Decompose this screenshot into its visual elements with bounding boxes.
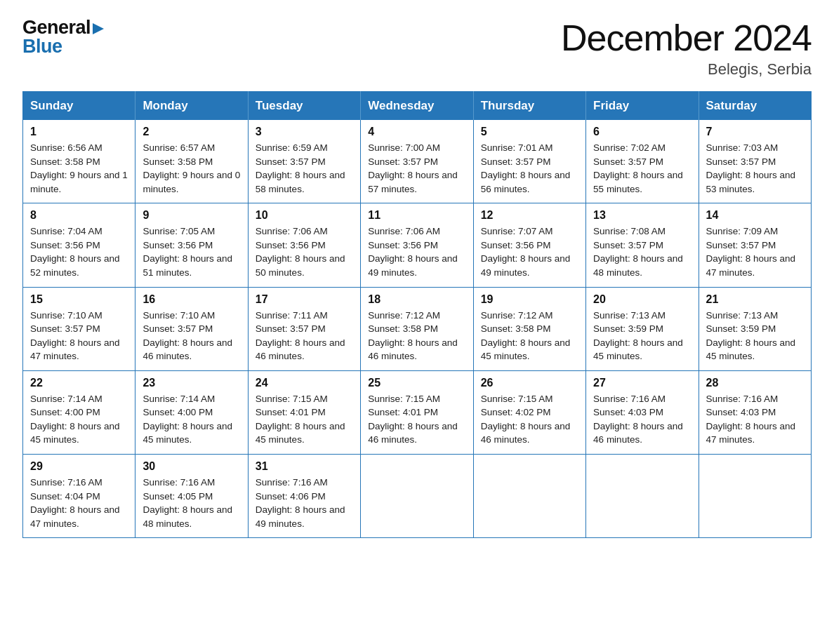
calendar-cell: 24 Sunrise: 7:15 AMSunset: 4:01 PMDaylig… bbox=[248, 370, 360, 454]
day-info: Sunrise: 7:10 AMSunset: 3:57 PMDaylight:… bbox=[30, 309, 128, 363]
calendar-cell: 9 Sunrise: 7:05 AMSunset: 3:56 PMDayligh… bbox=[135, 203, 248, 287]
calendar-week-row: 22 Sunrise: 7:14 AMSunset: 4:00 PMDaylig… bbox=[23, 370, 812, 454]
day-number: 18 bbox=[368, 293, 465, 306]
calendar-week-row: 15 Sunrise: 7:10 AMSunset: 3:57 PMDaylig… bbox=[23, 287, 812, 370]
day-number: 13 bbox=[593, 209, 691, 222]
calendar-header-tuesday: Tuesday bbox=[248, 92, 360, 121]
day-number: 30 bbox=[143, 460, 240, 473]
calendar-header-wednesday: Wednesday bbox=[361, 92, 473, 121]
calendar-cell: 13 Sunrise: 7:08 AMSunset: 3:57 PMDaylig… bbox=[586, 203, 699, 287]
day-info: Sunrise: 7:15 AMSunset: 4:02 PMDaylight:… bbox=[481, 392, 578, 447]
calendar-week-row: 29 Sunrise: 7:16 AMSunset: 4:04 PMDaylig… bbox=[23, 455, 812, 538]
calendar-cell: 1 Sunrise: 6:56 AMSunset: 3:58 PMDayligh… bbox=[23, 120, 135, 203]
day-number: 28 bbox=[706, 377, 804, 389]
day-number: 20 bbox=[593, 293, 691, 306]
day-number: 16 bbox=[143, 293, 240, 306]
calendar-cell bbox=[586, 455, 699, 538]
calendar-cell bbox=[473, 455, 585, 538]
day-info: Sunrise: 7:16 AMSunset: 4:03 PMDaylight:… bbox=[706, 392, 804, 447]
day-number: 12 bbox=[481, 209, 578, 222]
calendar-cell: 14 Sunrise: 7:09 AMSunset: 3:57 PMDaylig… bbox=[699, 203, 811, 287]
day-info: Sunrise: 7:00 AMSunset: 3:57 PMDaylight:… bbox=[368, 141, 465, 196]
calendar-cell: 12 Sunrise: 7:07 AMSunset: 3:56 PMDaylig… bbox=[473, 203, 585, 287]
calendar-header-sunday: Sunday bbox=[23, 92, 135, 121]
day-number: 17 bbox=[256, 293, 353, 306]
day-info: Sunrise: 7:16 AMSunset: 4:03 PMDaylight:… bbox=[593, 392, 691, 447]
day-info: Sunrise: 7:12 AMSunset: 3:58 PMDaylight:… bbox=[368, 309, 465, 363]
day-info: Sunrise: 7:14 AMSunset: 4:00 PMDaylight:… bbox=[30, 392, 128, 447]
day-info: Sunrise: 7:16 AMSunset: 4:05 PMDaylight:… bbox=[143, 476, 240, 530]
day-info: Sunrise: 7:06 AMSunset: 3:56 PMDaylight:… bbox=[256, 224, 353, 279]
calendar-cell: 15 Sunrise: 7:10 AMSunset: 3:57 PMDaylig… bbox=[23, 287, 135, 370]
day-info: Sunrise: 6:59 AMSunset: 3:57 PMDaylight:… bbox=[256, 141, 353, 196]
day-number: 11 bbox=[368, 209, 465, 222]
calendar-cell: 17 Sunrise: 7:11 AMSunset: 3:57 PMDaylig… bbox=[248, 287, 360, 370]
day-number: 4 bbox=[368, 126, 465, 138]
day-info: Sunrise: 7:13 AMSunset: 3:59 PMDaylight:… bbox=[593, 309, 691, 363]
calendar-cell: 18 Sunrise: 7:12 AMSunset: 3:58 PMDaylig… bbox=[361, 287, 473, 370]
day-info: Sunrise: 7:08 AMSunset: 3:57 PMDaylight:… bbox=[593, 224, 691, 279]
svg-marker-0 bbox=[93, 23, 104, 34]
calendar-cell: 19 Sunrise: 7:12 AMSunset: 3:58 PMDaylig… bbox=[473, 287, 585, 370]
day-info: Sunrise: 7:10 AMSunset: 3:57 PMDaylight:… bbox=[143, 309, 240, 363]
calendar-table: SundayMondayTuesdayWednesdayThursdayFrid… bbox=[22, 91, 812, 538]
page-header: General Blue December 2024 Belegis, Serb… bbox=[22, 17, 812, 79]
day-info: Sunrise: 7:12 AMSunset: 3:58 PMDaylight:… bbox=[481, 309, 578, 363]
day-number: 3 bbox=[256, 126, 353, 138]
day-number: 27 bbox=[593, 377, 691, 389]
day-number: 5 bbox=[481, 126, 578, 138]
day-info: Sunrise: 7:04 AMSunset: 3:56 PMDaylight:… bbox=[30, 224, 128, 279]
calendar-cell: 7 Sunrise: 7:03 AMSunset: 3:57 PMDayligh… bbox=[699, 120, 811, 203]
calendar-cell bbox=[699, 455, 811, 538]
day-number: 10 bbox=[256, 209, 353, 222]
day-info: Sunrise: 7:07 AMSunset: 3:56 PMDaylight:… bbox=[481, 224, 578, 279]
day-number: 8 bbox=[30, 209, 128, 222]
day-number: 14 bbox=[706, 209, 804, 222]
calendar-cell: 20 Sunrise: 7:13 AMSunset: 3:59 PMDaylig… bbox=[586, 287, 699, 370]
calendar-cell: 27 Sunrise: 7:16 AMSunset: 4:03 PMDaylig… bbox=[586, 370, 699, 454]
logo-triangle-icon bbox=[91, 22, 105, 36]
day-info: Sunrise: 7:11 AMSunset: 3:57 PMDaylight:… bbox=[256, 309, 353, 363]
calendar-cell: 22 Sunrise: 7:14 AMSunset: 4:00 PMDaylig… bbox=[23, 370, 135, 454]
day-number: 7 bbox=[706, 126, 804, 138]
day-info: Sunrise: 7:05 AMSunset: 3:56 PMDaylight:… bbox=[143, 224, 240, 279]
day-number: 29 bbox=[30, 460, 128, 473]
day-number: 21 bbox=[706, 293, 804, 306]
calendar-cell: 21 Sunrise: 7:13 AMSunset: 3:59 PMDaylig… bbox=[699, 287, 811, 370]
day-info: Sunrise: 7:03 AMSunset: 3:57 PMDaylight:… bbox=[706, 141, 804, 196]
location-title: Belegis, Serbia bbox=[561, 60, 812, 79]
calendar-cell: 23 Sunrise: 7:14 AMSunset: 4:00 PMDaylig… bbox=[135, 370, 248, 454]
day-info: Sunrise: 7:09 AMSunset: 3:57 PMDaylight:… bbox=[706, 224, 804, 279]
day-number: 24 bbox=[256, 377, 353, 389]
day-number: 2 bbox=[143, 126, 240, 138]
day-number: 22 bbox=[30, 377, 128, 389]
calendar-cell: 4 Sunrise: 7:00 AMSunset: 3:57 PMDayligh… bbox=[361, 120, 473, 203]
calendar-header-row: SundayMondayTuesdayWednesdayThursdayFrid… bbox=[23, 92, 812, 121]
day-number: 19 bbox=[481, 293, 578, 306]
month-title: December 2024 bbox=[561, 17, 812, 59]
calendar-cell: 30 Sunrise: 7:16 AMSunset: 4:05 PMDaylig… bbox=[135, 455, 248, 538]
calendar-cell: 5 Sunrise: 7:01 AMSunset: 3:57 PMDayligh… bbox=[473, 120, 585, 203]
day-info: Sunrise: 7:15 AMSunset: 4:01 PMDaylight:… bbox=[256, 392, 353, 447]
calendar-header-friday: Friday bbox=[586, 92, 699, 121]
day-number: 1 bbox=[30, 126, 128, 138]
day-info: Sunrise: 6:56 AMSunset: 3:58 PMDaylight:… bbox=[30, 141, 128, 196]
calendar-cell: 3 Sunrise: 6:59 AMSunset: 3:57 PMDayligh… bbox=[248, 120, 360, 203]
title-block: December 2024 Belegis, Serbia bbox=[561, 17, 812, 79]
day-number: 26 bbox=[481, 377, 578, 389]
day-info: Sunrise: 7:06 AMSunset: 3:56 PMDaylight:… bbox=[368, 224, 465, 279]
day-info: Sunrise: 6:57 AMSunset: 3:58 PMDaylight:… bbox=[143, 141, 240, 196]
calendar-cell: 25 Sunrise: 7:15 AMSunset: 4:01 PMDaylig… bbox=[361, 370, 473, 454]
logo-blue-text: Blue bbox=[22, 36, 105, 58]
calendar-cell: 10 Sunrise: 7:06 AMSunset: 3:56 PMDaylig… bbox=[248, 203, 360, 287]
calendar-header-thursday: Thursday bbox=[473, 92, 585, 121]
calendar-week-row: 8 Sunrise: 7:04 AMSunset: 3:56 PMDayligh… bbox=[23, 203, 812, 287]
day-number: 23 bbox=[143, 377, 240, 389]
day-info: Sunrise: 7:16 AMSunset: 4:06 PMDaylight:… bbox=[256, 476, 353, 530]
calendar-cell: 28 Sunrise: 7:16 AMSunset: 4:03 PMDaylig… bbox=[699, 370, 811, 454]
calendar-cell: 8 Sunrise: 7:04 AMSunset: 3:56 PMDayligh… bbox=[23, 203, 135, 287]
calendar-cell: 2 Sunrise: 6:57 AMSunset: 3:58 PMDayligh… bbox=[135, 120, 248, 203]
day-info: Sunrise: 7:14 AMSunset: 4:00 PMDaylight:… bbox=[143, 392, 240, 447]
day-number: 6 bbox=[593, 126, 691, 138]
calendar-cell: 31 Sunrise: 7:16 AMSunset: 4:06 PMDaylig… bbox=[248, 455, 360, 538]
